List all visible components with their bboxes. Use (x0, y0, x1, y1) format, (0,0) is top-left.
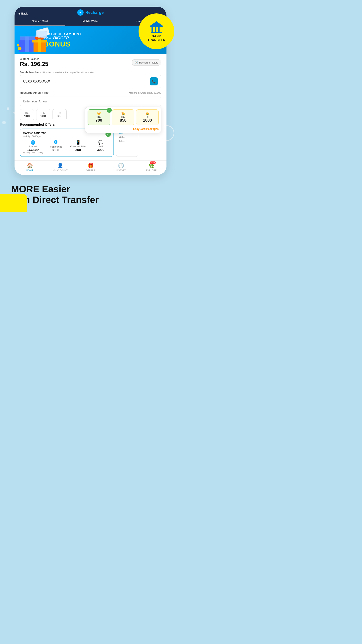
crown-icon-700: 👑 (90, 112, 108, 116)
easycard-btn-700[interactable]: ✓ 👑 Rs. 700 (88, 109, 110, 125)
banner-line3: BIGGER (53, 36, 69, 40)
tagline-line2: with Direct Transfer (11, 194, 170, 205)
bank-transfer-badge: BANK TRANSFER (139, 14, 174, 49)
max-amount-note: Maximum Amount Rs. 20,000 (129, 92, 161, 94)
history-btn-label: Recharge History (139, 61, 158, 64)
amount-btn-100[interactable]: Rs. 100 (20, 109, 34, 120)
check-badge-700: ✓ (107, 108, 112, 113)
nav-my-account[interactable]: 👤 MY ACCOUNT (45, 163, 75, 172)
new-badge: NEW (150, 162, 156, 164)
other-mins-icon: 📱 (76, 140, 81, 145)
mobile-number-display: 03XXXXXXXXX (23, 79, 50, 84)
svg-rect-3 (155, 27, 156, 32)
nav-title: Recharge (77, 10, 104, 18)
mobile-field-label: Mobile Number ( * Number on which the Re… (20, 71, 161, 74)
yellow-rectangle (0, 194, 27, 212)
offer-detail-sms: 💬 SMS 3000 (90, 140, 111, 152)
easycard-btn-850[interactable]: 👑 Rs. 850 (112, 109, 134, 125)
tab-scratch-card[interactable]: Scratch Card (14, 18, 65, 26)
svg-rect-0 (151, 32, 162, 33)
svg-rect-1 (150, 26, 163, 27)
offers-icon: 🎁 (88, 163, 94, 168)
amount-input[interactable] (20, 96, 161, 106)
svg-rect-2 (151, 27, 153, 32)
banner-gift-illustration (19, 30, 41, 50)
account-label: MY ACCOUNT (53, 169, 68, 172)
internet-icon: 🌐 (31, 140, 35, 145)
amount-btn-300[interactable]: Rs. 300 (52, 109, 67, 120)
mobile-field-note: ( * Number on which the Recharge/Offer w… (40, 71, 96, 74)
back-label: Back (21, 12, 28, 15)
easycard-popup: ✓ 👑 Rs. 700 👑 Rs. 850 (85, 107, 161, 133)
recharge-history-button[interactable]: 🕐 Recharge History (132, 59, 161, 66)
home-label: HOME (26, 169, 33, 172)
account-icon: 👤 (57, 163, 63, 168)
tagline-line1: MORE Easier (11, 184, 170, 194)
mobile-input-wrapper[interactable]: 03XXXXXXXXX 📞 (20, 75, 161, 88)
offer-detail-telenor-mins: Telenor Mins 3000 (45, 140, 66, 152)
bottom-tagline: MORE Easier with Direct Transfer (0, 175, 181, 212)
telenor-mins-icon (54, 140, 58, 145)
offer-details: 🌐 Internet 16GBs* *8GBs ( 1AM - 11AM ) T… (23, 140, 111, 154)
amount-btn-200[interactable]: Rs. 200 (36, 109, 50, 120)
history-icon: 🕐 (134, 61, 138, 64)
svg-rect-4 (158, 27, 160, 32)
balance-label: Current Balance (20, 58, 48, 60)
easycard-btn-1000[interactable]: 👑 Rs. 1000 (136, 109, 159, 125)
phone-icon: 📞 (151, 80, 156, 84)
main-content: Current Balance Rs. 196.25 🕐 Recharge Hi… (14, 54, 166, 160)
top-nav: ◀ Back Recharge (14, 7, 166, 18)
recommended-title: Recommended Offers (20, 122, 55, 126)
bank-transfer-text: BANK TRANSFER (147, 34, 165, 42)
nav-explore[interactable]: 🌿 NEW EXPLORE (136, 163, 166, 172)
sms-icon: 💬 (98, 140, 103, 145)
offer-detail-other-mins: 📱 Other Net. Mins 250 (68, 140, 88, 152)
telenor-logo (77, 10, 84, 16)
explore-label: EXPLORE (146, 169, 156, 172)
easycard-row: ✓ 👑 Rs. 700 👑 Rs. 850 (88, 109, 159, 125)
svg-marker-5 (150, 21, 163, 26)
explore-icon-wrap: 🌿 NEW (148, 163, 154, 168)
offers-label: OFFERS (86, 169, 95, 172)
bottom-nav: 🏠 HOME 👤 MY ACCOUNT 🎁 OFFERS 🕐 HISTORY 🌿… (14, 160, 166, 175)
offer-detail-internet: 🌐 Internet 16GBs* *8GBs ( 1AM - 11AM ) (23, 140, 43, 154)
amount-header: Recharge Amount (Rs.) Maximum Amount Rs.… (20, 91, 161, 95)
back-chevron-icon: ◀ (18, 12, 20, 15)
tab-mobile-wallet[interactable]: Mobile Wallet (65, 18, 116, 26)
balance-section: Current Balance Rs. 196.25 🕐 Recharge Hi… (20, 58, 161, 68)
history-nav-icon: 🕐 (118, 163, 124, 168)
crown-icon-1000: 👑 (138, 112, 157, 116)
crown-icon-850: 👑 (114, 112, 132, 116)
amount-buttons-area: Rs. 100 Rs. 200 Rs. 300 (20, 109, 161, 120)
page-title: Recharge (85, 10, 104, 15)
easycard-label: EasyCard Packages (88, 128, 159, 130)
nav-home[interactable]: 🏠 HOME (14, 163, 45, 172)
back-button[interactable]: ◀ Back (18, 12, 28, 15)
recharge-amount-label: Recharge Amount (Rs.) (20, 91, 50, 94)
balance-amount: Rs. 196.25 (20, 60, 48, 68)
home-icon: 🏠 (27, 163, 33, 168)
history-label: HISTORY (116, 169, 126, 172)
bank-icon (150, 21, 163, 34)
nav-history[interactable]: 🕐 HISTORY (106, 163, 136, 172)
offer-validity: Vaildity: 30 Days (23, 135, 111, 138)
phone-icon-button[interactable]: 📞 (150, 77, 158, 86)
nav-offers[interactable]: 🎁 OFFERS (75, 163, 106, 172)
